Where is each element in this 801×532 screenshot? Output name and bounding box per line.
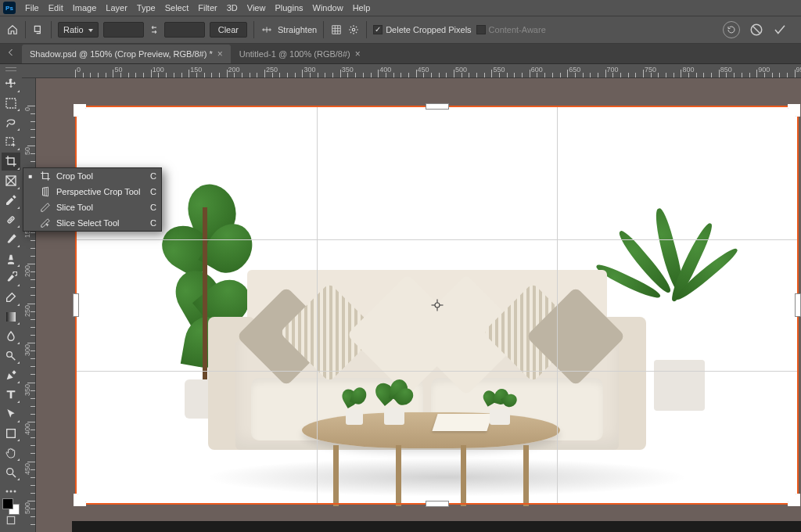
straighten-icon[interactable] (260, 23, 273, 36)
svg-rect-13 (7, 430, 16, 438)
menu-item-edit[interactable]: Edit (44, 2, 68, 14)
crop-height-field[interactable] (164, 22, 205, 38)
tab-active[interactable]: Shadow.psd @ 150% (Crop Preview, RGB/8#)… (22, 45, 231, 63)
path-selection-tool[interactable] (2, 405, 20, 423)
tab-overflow-icon[interactable] (6, 48, 16, 57)
flyout-item-slice[interactable]: Slice ToolC (23, 200, 161, 215)
crop-handle-w[interactable] (74, 294, 78, 316)
hand-tool[interactable] (2, 444, 20, 462)
slice-icon (39, 201, 52, 214)
ruler-tick-label: 0 (23, 107, 31, 111)
separator (253, 21, 254, 38)
blur-tool[interactable] (2, 327, 20, 345)
brush-tool[interactable] (2, 230, 20, 248)
move-tool[interactable] (2, 75, 20, 93)
menu-item-plugins[interactable]: Plugins (270, 2, 307, 14)
type-tool[interactable] (2, 386, 20, 404)
gradient-tool[interactable] (2, 308, 20, 326)
crop-handle-ne[interactable] (788, 104, 800, 117)
separator (25, 21, 26, 38)
crop-tool[interactable] (2, 153, 20, 171)
svg-point-16 (6, 491, 9, 493)
perspective-crop-icon (39, 185, 52, 198)
crop-width-field[interactable] (103, 22, 144, 38)
menu-item-window[interactable]: Window (308, 2, 348, 14)
lasso-tool[interactable] (2, 113, 20, 131)
slice-select-icon (39, 217, 52, 229)
straighten-label[interactable]: Straighten (278, 25, 317, 34)
flyout-item-perspective-crop[interactable]: Perspective Crop ToolC (23, 184, 161, 200)
delete-cropped-checkbox[interactable]: Delete Cropped Pixels (373, 25, 471, 34)
history-brush-tool[interactable] (2, 269, 20, 287)
menu-item-select[interactable]: Select (160, 2, 194, 14)
edit-toolbar-icon[interactable] (5, 489, 17, 494)
eraser-tool[interactable] (2, 289, 20, 307)
menu-item-filter[interactable]: Filter (193, 2, 221, 14)
menu-item-3d[interactable]: 3D (222, 2, 242, 14)
menu-item-layer[interactable]: Layer (101, 2, 132, 14)
status-bar (72, 521, 801, 532)
close-icon[interactable]: × (217, 49, 223, 59)
crop-handle-e[interactable] (796, 294, 800, 316)
close-icon[interactable]: × (355, 49, 361, 59)
selected-indicator-icon: ■ (27, 173, 34, 180)
crop-marquee[interactable] (75, 106, 799, 505)
workspace: ■Crop ToolCPerspective Crop ToolCSlice T… (0, 64, 801, 532)
clone-stamp-tool[interactable] (2, 250, 20, 268)
overlay-options-icon[interactable] (330, 23, 343, 36)
canvas-viewport[interactable] (36, 78, 801, 532)
foreground-color-swatch[interactable] (2, 498, 13, 509)
menu-item-type[interactable]: Type (132, 2, 160, 14)
svg-point-20 (435, 303, 440, 307)
toolbar-expand-icon[interactable] (5, 515, 16, 526)
menu-item-view[interactable]: View (242, 2, 271, 14)
foreground-background-swatch[interactable] (2, 498, 20, 515)
crop-gridline (77, 239, 797, 240)
tool-preset-icon[interactable] (32, 23, 45, 36)
reset-crop-button[interactable] (723, 21, 740, 38)
flyout-item-crop[interactable]: ■Crop ToolC (23, 168, 161, 184)
panel-grip-icon[interactable] (2, 67, 20, 72)
separator (323, 21, 324, 38)
pen-tool[interactable] (2, 366, 20, 384)
crop-handle-sw[interactable] (74, 494, 86, 506)
object-selection-tool[interactable] (2, 133, 20, 151)
swap-dimensions-icon[interactable] (149, 24, 160, 35)
shape-tool[interactable] (2, 425, 20, 443)
tools-panel (0, 64, 22, 532)
dodge-tool[interactable] (2, 347, 20, 365)
crop-handle-s[interactable] (426, 501, 448, 506)
menu-item-file[interactable]: File (20, 2, 44, 14)
crop-options-gear-icon[interactable] (347, 23, 360, 36)
separator (366, 21, 367, 38)
crop-handle-n[interactable] (426, 104, 448, 109)
tab-inactive[interactable]: Untitled-1 @ 100% (RGB/8#) × (232, 45, 368, 63)
ruler-tick-label: 950 (796, 66, 801, 74)
document-tabbar: Shadow.psd @ 150% (Crop Preview, RGB/8#)… (0, 44, 801, 64)
eyedropper-tool[interactable] (2, 192, 20, 210)
ruler-horizontal[interactable]: 0501001502002503003504004505005506006507… (22, 64, 801, 78)
crop-handle-se[interactable] (788, 494, 800, 506)
spot-heal-tool[interactable] (2, 211, 20, 229)
svg-line-2 (753, 27, 760, 34)
ruler-vertical[interactable]: 050100150200250300350400450500 (22, 78, 36, 532)
crop-handle-nw[interactable] (74, 104, 86, 117)
crop-preset-select[interactable]: Ratio (58, 22, 99, 38)
commit-crop-button[interactable] (773, 23, 787, 37)
options-bar: Ratio Clear Straighten Delete Cropped Pi… (0, 16, 801, 44)
crop-gridline (557, 107, 558, 503)
flyout-item-shortcut: C (150, 203, 156, 212)
svg-rect-10 (6, 312, 16, 322)
cancel-crop-button[interactable] (749, 23, 763, 37)
home-icon[interactable] (6, 23, 19, 36)
menu-item-help[interactable]: Help (348, 2, 375, 14)
svg-rect-3 (6, 99, 16, 108)
frame-tool[interactable] (2, 172, 20, 190)
zoom-tool[interactable] (2, 463, 20, 481)
content-aware-checkbox: Content-Aware (476, 25, 546, 34)
marquee-tool[interactable] (2, 95, 20, 113)
flyout-item-slice-select[interactable]: Slice Select ToolC (23, 215, 161, 231)
svg-line-15 (13, 474, 16, 477)
clear-button[interactable]: Clear (210, 22, 247, 38)
menu-item-image[interactable]: Image (68, 2, 102, 14)
